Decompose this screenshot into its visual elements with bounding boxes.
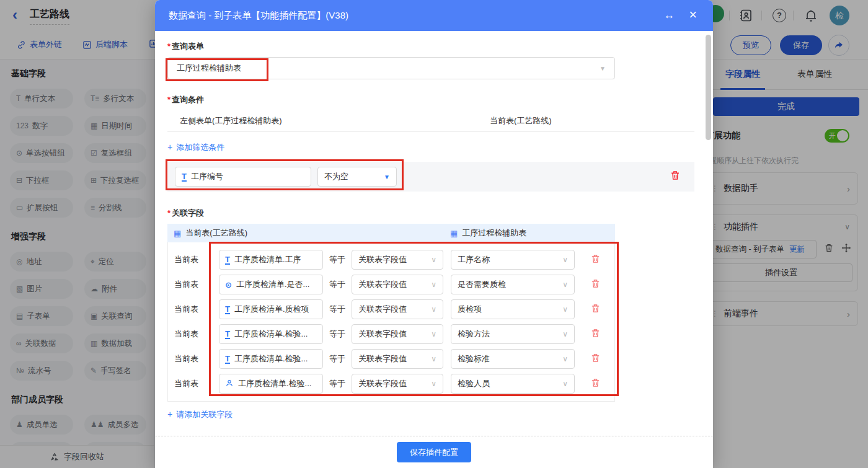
operator-label: 等于	[329, 353, 345, 364]
left-field-value: 工序质检清单.是否...	[236, 279, 309, 290]
right-field-select[interactable]: 是否需要质检∨	[451, 275, 575, 294]
filter-delete-icon[interactable]	[670, 170, 681, 183]
row-source-label: 当前表	[174, 254, 214, 265]
text-field-icon: T	[225, 355, 230, 364]
value-type-select[interactable]: 关联表字段值∨	[352, 349, 443, 369]
add-related-field-link[interactable]: 请添加关联字段	[167, 409, 232, 420]
chevron-down-icon: ∨	[431, 280, 436, 289]
save-plugin-config-button[interactable]: 保存插件配置	[397, 442, 471, 462]
operator-label: 等于	[329, 279, 345, 290]
left-field-value: 工序质检清单.检验...	[234, 329, 308, 340]
chevron-down-icon: ∨	[562, 255, 568, 264]
value-type-select[interactable]: 关联表字段值∨	[352, 324, 443, 344]
chevron-down-icon: ∨	[431, 255, 436, 264]
operator-label: 等于	[329, 304, 345, 315]
chevron-down-icon: ∨	[562, 379, 568, 388]
row-delete-icon[interactable]	[590, 254, 601, 267]
query-form-select[interactable]: 工序过程检辅助表 ▼	[167, 57, 615, 79]
left-field-value: 工序质检清单.检验...	[234, 353, 308, 364]
chevron-down-icon: ∨	[562, 280, 568, 289]
chevron-down-icon: ∨	[431, 305, 436, 314]
radio-icon: ⊙	[225, 280, 232, 289]
add-filter-condition-link[interactable]: 添加筛选条件	[167, 142, 224, 153]
left-field-value: 工序质检清单.检验...	[238, 378, 311, 389]
right-field-select[interactable]: 检验方法∨	[451, 324, 575, 344]
row-source-label: 当前表	[174, 304, 214, 315]
value-type-select[interactable]: 关联表字段值∨	[352, 275, 443, 294]
chevron-down-icon: ∨	[431, 379, 436, 388]
form-grid-icon: ▦	[174, 229, 181, 238]
left-field-input[interactable]: ⊙工序质检清单.是否...	[219, 275, 323, 294]
expand-horizontal-icon[interactable]: ↔	[663, 9, 675, 22]
modal-header: 数据查询 - 到子表单【功能插件配置】(V38) ↔ ×	[155, 0, 713, 31]
related-field-row: 当前表T工序质检清单.检验...等于关联表字段值∨检验方法∨	[168, 322, 614, 347]
related-table-header: ▦ 当前表(工艺路线) ▦ 工序过程检辅助表	[167, 224, 615, 242]
operator-label: 等于	[329, 378, 345, 389]
current-form-header: 当前表(工艺路线)	[490, 115, 552, 126]
left-form-header: 左侧表单(工序过程检辅助表)	[180, 115, 282, 126]
chevron-down-icon: ∨	[431, 330, 436, 338]
value-type-select[interactable]: 关联表字段值∨	[352, 250, 443, 270]
divider	[167, 131, 694, 132]
row-delete-icon[interactable]	[590, 377, 601, 391]
right-field-select[interactable]: 工序名称∨	[451, 250, 575, 270]
row-source-label: 当前表	[174, 279, 214, 290]
right-field-select[interactable]: 检验标准∨	[451, 349, 575, 369]
query-condition-label: 查询条件	[167, 94, 713, 105]
left-field-input[interactable]: 工序质检清单.检验...	[219, 374, 323, 394]
row-delete-icon[interactable]	[590, 278, 601, 291]
modal-scrollbar[interactable]	[706, 35, 711, 140]
left-field-input[interactable]: T工序质检清单.检验...	[219, 349, 323, 369]
text-field-icon: T	[182, 172, 187, 182]
query-form-label: 查询表单	[167, 41, 713, 52]
text-field-icon: T	[225, 305, 230, 314]
row-delete-icon[interactable]	[590, 353, 601, 366]
filter-field-input[interactable]: T 工序编号	[175, 167, 311, 187]
related-field-row: 当前表T工序质检清单.质检项等于关联表字段值∨质检项∨	[168, 297, 614, 322]
value-type-select[interactable]: 关联表字段值∨	[352, 299, 443, 319]
chevron-down-icon: ∨	[562, 330, 568, 338]
row-delete-icon[interactable]	[590, 328, 601, 341]
related-fields-table: ▦ 当前表(工艺路线) ▦ 工序过程检辅助表 当前表T工序质检清单.工序等于关联…	[167, 224, 615, 402]
related-table-body: 当前表T工序质检清单.工序等于关联表字段值∨工序名称∨当前表⊙工序质检清单.是否…	[167, 242, 615, 402]
value-type-select[interactable]: 关联表字段值∨	[352, 374, 443, 394]
row-delete-icon[interactable]	[590, 303, 601, 316]
related-field-row: 当前表T工序质检清单.工序等于关联表字段值∨工序名称∨	[168, 247, 614, 272]
related-field-row: 当前表⊙工序质检清单.是否...等于关联表字段值∨是否需要质检∨	[168, 272, 614, 297]
row-source-label: 当前表	[174, 329, 214, 340]
row-source-label: 当前表	[174, 378, 214, 389]
close-icon[interactable]: ×	[689, 7, 697, 23]
row-source-label: 当前表	[174, 353, 214, 364]
app-page: ‹ 工艺路线 ? 检 表单外链 后端脚本 预览 保存	[0, 0, 868, 468]
modal-title: 数据查询 - 到子表单【功能插件配置】(V38)	[169, 10, 348, 22]
left-field-value: 工序质检清单.质检项	[234, 304, 309, 315]
operator-label: 等于	[329, 329, 345, 340]
condition-headers: 左侧表单(工序过程检辅助表) 当前表(工艺路线)	[167, 115, 713, 126]
related-field-row: 当前表工序质检清单.检验...等于关联表字段值∨检验人员∨	[168, 371, 614, 396]
chevron-down-icon: ∨	[562, 355, 568, 363]
text-field-icon: T	[225, 330, 230, 339]
left-field-input[interactable]: T工序质检清单.质检项	[219, 299, 323, 319]
filter-operator-select[interactable]: 不为空 ▼	[317, 167, 397, 187]
chevron-down-icon: ∨	[431, 355, 436, 363]
related-fields-label: 关联字段	[167, 208, 713, 219]
modal-footer: 保存插件配置	[155, 436, 713, 468]
right-field-select[interactable]: 质检项∨	[451, 299, 575, 319]
form-grid-icon: ▦	[450, 229, 458, 238]
filter-condition-row: T 工序编号 不为空 ▼	[167, 162, 694, 192]
plugin-config-modal: 数据查询 - 到子表单【功能插件配置】(V38) ↔ × 查询表单 工序过程检辅…	[155, 0, 713, 468]
left-field-value: 工序质检清单.工序	[234, 254, 301, 265]
operator-label: 等于	[329, 254, 345, 265]
text-field-icon: T	[225, 255, 230, 265]
caret-down-icon: ▼	[384, 174, 390, 180]
modal-body: 查询表单 工序过程检辅助表 ▼ 查询条件 左侧表单(工序过程检辅助表) 当前表(…	[155, 31, 713, 436]
left-field-input[interactable]: T工序质检清单.工序	[219, 250, 323, 270]
person-icon	[225, 379, 234, 389]
related-field-row: 当前表T工序质检清单.检验...等于关联表字段值∨检验标准∨	[168, 347, 614, 371]
left-field-input[interactable]: T工序质检清单.检验...	[219, 324, 323, 344]
caret-down-icon: ▼	[600, 65, 606, 72]
right-field-select[interactable]: 检验人员∨	[451, 374, 575, 394]
chevron-down-icon: ∨	[562, 305, 568, 314]
